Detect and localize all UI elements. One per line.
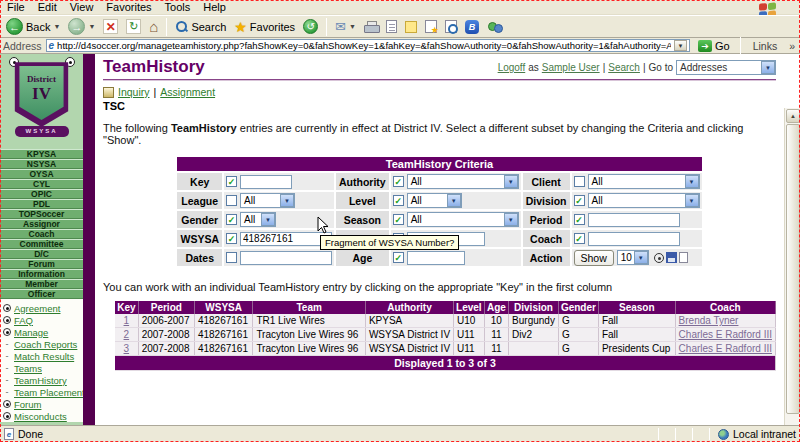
research-button[interactable] bbox=[443, 17, 459, 37]
inquiry-link[interactable]: Inquiry bbox=[118, 86, 150, 98]
sidebar-item-topsoccer[interactable]: TOPSoccer bbox=[0, 209, 83, 219]
page-size-select[interactable]: 10▼ bbox=[617, 250, 649, 265]
stop-button[interactable]: ✕ bbox=[101, 17, 120, 37]
coach-link[interactable]: Charles E Radford III bbox=[679, 343, 772, 354]
menu-file[interactable]: File bbox=[7, 1, 25, 13]
season-select[interactable]: All▼ bbox=[407, 212, 519, 227]
menu-tools[interactable]: Tools bbox=[165, 1, 191, 13]
address-url[interactable]: http://d4soccer.org/manageteamhistory.ph… bbox=[57, 40, 671, 51]
client-checkbox[interactable] bbox=[574, 176, 585, 187]
coach-input[interactable] bbox=[588, 232, 680, 246]
wsysa-checkbox[interactable]: ✓ bbox=[226, 233, 237, 244]
print-button[interactable] bbox=[362, 17, 380, 37]
save-icon[interactable] bbox=[666, 252, 677, 263]
forward-button[interactable]: → ▼ bbox=[66, 17, 97, 37]
chevron-down-icon[interactable]: ▼ bbox=[685, 175, 699, 188]
division-select[interactable]: All▼ bbox=[588, 193, 700, 208]
address-dropdown-icon[interactable]: ▼ bbox=[674, 40, 687, 51]
key-link[interactable]: 2 bbox=[124, 329, 130, 340]
dates-input[interactable] bbox=[240, 251, 332, 265]
sidebar-link-match-results[interactable]: -Match Results bbox=[3, 350, 83, 362]
show-button[interactable]: Show bbox=[574, 250, 614, 266]
bluetooth-button[interactable]: B bbox=[463, 17, 481, 37]
sidebar-link-coach-reports[interactable]: -Coach Reports bbox=[3, 338, 83, 350]
sidebar-item-opic[interactable]: OPIC bbox=[0, 189, 83, 199]
sidebar-item-kpysa[interactable]: KPYSA bbox=[0, 149, 83, 159]
sidebar-link-teams[interactable]: -Teams bbox=[3, 362, 83, 374]
sidebar-item-pdl[interactable]: PDL bbox=[0, 199, 83, 209]
sidebar-link-faq[interactable]: FAQ bbox=[3, 314, 83, 326]
level-checkbox[interactable]: ✓ bbox=[393, 195, 404, 206]
sidebar-item-coach[interactable]: Coach bbox=[0, 229, 83, 239]
age-input[interactable] bbox=[407, 251, 465, 265]
user-link[interactable]: Sample User bbox=[542, 62, 600, 73]
sidebar-item-dc[interactable]: D/C bbox=[0, 249, 83, 259]
dates-checkbox[interactable] bbox=[226, 252, 237, 263]
league-checkbox[interactable] bbox=[226, 195, 237, 206]
sidebar-item-committee[interactable]: Committee bbox=[0, 239, 83, 249]
chevron-down-icon[interactable]: ▼ bbox=[280, 194, 294, 207]
coach-link[interactable]: Charles E Radford III bbox=[679, 329, 772, 340]
gender-select[interactable]: All▼ bbox=[240, 212, 276, 227]
chevron-down-icon[interactable]: ▼ bbox=[634, 251, 648, 264]
sidebar-link-teamhistory[interactable]: -TeamHistory bbox=[3, 374, 83, 386]
key-link[interactable]: 3 bbox=[124, 343, 130, 354]
logoff-link[interactable]: Logoff bbox=[498, 62, 526, 73]
history-button[interactable]: ↺ bbox=[301, 17, 320, 37]
sidebar-item-forum[interactable]: Forum bbox=[0, 259, 83, 269]
key-checkbox[interactable]: ✓ bbox=[226, 176, 237, 187]
gender-checkbox[interactable]: ✓ bbox=[226, 214, 237, 225]
new-page-icon[interactable] bbox=[679, 252, 688, 263]
home-button[interactable]: ⌂ bbox=[147, 17, 160, 37]
links-label[interactable]: Links bbox=[753, 40, 778, 52]
chevron-down-icon[interactable]: ▼ bbox=[504, 213, 518, 226]
go-button[interactable]: ➔ Go bbox=[694, 39, 734, 53]
chevron-down-icon[interactable]: ▼ bbox=[504, 175, 518, 188]
coach-checkbox[interactable]: ✓ bbox=[574, 233, 585, 244]
edit-button[interactable] bbox=[384, 17, 399, 37]
search-link[interactable]: Search bbox=[608, 62, 640, 73]
chevron-down-icon[interactable]: ▼ bbox=[685, 194, 699, 207]
scrollbar-thumb[interactable] bbox=[786, 124, 800, 414]
key-input[interactable] bbox=[240, 175, 292, 189]
chevron-down-icon[interactable]: ▼ bbox=[261, 213, 275, 226]
discuss-button[interactable] bbox=[403, 17, 419, 37]
period-input[interactable] bbox=[588, 213, 680, 227]
authority-checkbox[interactable]: ✓ bbox=[393, 176, 404, 187]
mail-button[interactable]: ✉ ▼ bbox=[333, 17, 358, 37]
sidebar-item-nsysa[interactable]: NSYSA bbox=[0, 159, 83, 169]
sidebar-item-information[interactable]: Information bbox=[0, 269, 83, 279]
favorites-button[interactable]: ★ Favorites bbox=[232, 17, 297, 37]
sidebar-item-member[interactable]: Member bbox=[0, 279, 83, 289]
messenger-button[interactable] bbox=[485, 17, 504, 37]
add-favorite-button[interactable] bbox=[423, 17, 439, 37]
search-button[interactable]: Search bbox=[173, 17, 228, 37]
key-link[interactable]: 1 bbox=[124, 315, 130, 326]
assignment-link[interactable]: Assignment bbox=[160, 86, 215, 98]
address-input[interactable]: e http://d4soccer.org/manageteamhistory.… bbox=[46, 39, 690, 52]
forward-dropdown-icon[interactable]: ▼ bbox=[88, 23, 95, 30]
period-checkbox[interactable]: ✓ bbox=[574, 214, 585, 225]
menu-favorites[interactable]: Favorites bbox=[106, 1, 151, 13]
menu-edit[interactable]: Edit bbox=[38, 1, 57, 13]
back-button[interactable]: ← Back ▼ bbox=[4, 17, 62, 37]
level-select[interactable]: All▼ bbox=[407, 193, 462, 208]
sidebar-item-oysa[interactable]: OYSA bbox=[0, 169, 83, 179]
sidebar-link-agreement[interactable]: Agreement bbox=[3, 302, 83, 314]
coach-link[interactable]: Brenda Tyner bbox=[679, 315, 739, 326]
client-select[interactable]: All▼ bbox=[588, 174, 700, 189]
sidebar-item-assignor[interactable]: Assignor bbox=[0, 219, 83, 229]
season-checkbox[interactable]: ✓ bbox=[393, 214, 404, 225]
authority-select[interactable]: All▼ bbox=[407, 174, 519, 189]
chevron-down-icon[interactable]: ▼ bbox=[447, 194, 461, 207]
sidebar-item-officer[interactable]: Officer bbox=[0, 289, 83, 299]
scroll-up-icon[interactable]: ▲ bbox=[786, 109, 800, 123]
sidebar-link-manage[interactable]: Manage bbox=[3, 326, 83, 338]
menu-view[interactable]: View bbox=[70, 1, 94, 13]
sidebar-link-team-placement[interactable]: -Team Placement bbox=[3, 386, 83, 398]
refresh-button[interactable]: ↻ bbox=[124, 17, 143, 37]
league-select[interactable]: All▼ bbox=[240, 193, 295, 208]
division-checkbox[interactable]: ✓ bbox=[574, 195, 585, 206]
menu-help[interactable]: Help bbox=[203, 1, 226, 13]
chevron-down-icon[interactable]: ▼ bbox=[761, 61, 775, 74]
